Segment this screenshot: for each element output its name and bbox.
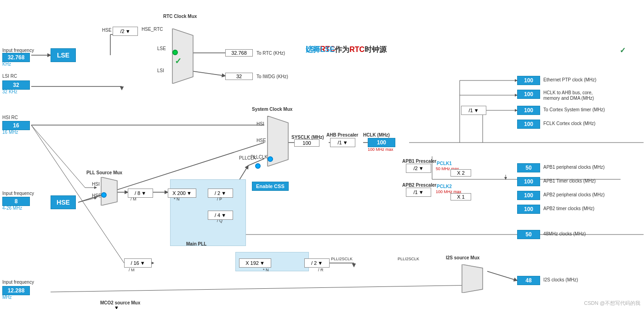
hse-unit-label: 4-26 MHz (2, 206, 22, 211)
ahb-val: 100 (517, 90, 540, 99)
svg-line-23 (31, 125, 85, 188)
hse-sys-label: HSE (256, 138, 266, 143)
apb1-timer-x2-box: X 2 (450, 169, 471, 177)
hsi-unit-label: 16 MHz (2, 130, 18, 135)
lse-mux-label: LSE (157, 46, 166, 51)
svg-line-25 (78, 198, 97, 202)
svg-line-37 (487, 271, 517, 280)
cortex-val: 100 (517, 106, 540, 115)
cortex-label: To Cortex System timer (MHz) (543, 107, 605, 112)
apb1-prescaler-select[interactable]: /2 ▼ (406, 164, 431, 173)
hse-rtc-label: HSE (102, 28, 112, 33)
hse-pll-radio-active[interactable] (101, 192, 107, 198)
mhz48-label: 48MHz clocks (MHz) (543, 231, 586, 236)
plli2sclk-label: PLLI2SCLK (331, 257, 353, 261)
annotation-full: 选择LSE作为RTC时钟源 (306, 45, 387, 55)
mco2-arrow-down: ▼ (114, 305, 119, 309)
i2s-label: I2S clocks (MHz) (543, 277, 578, 282)
watermark: CSDN @不想写代码的我 (584, 300, 640, 307)
i2s-val: 48 (517, 276, 540, 285)
hse-input-label: Input frequency (2, 191, 34, 196)
hse-freq-box[interactable]: 8 (2, 197, 30, 206)
pll-m-select[interactable]: / 8 ▼ (128, 189, 153, 198)
hclk-max-label: 100 MHz max (368, 147, 393, 152)
pllclk-radio-active[interactable] (268, 156, 273, 162)
fclk-val: 100 (517, 120, 540, 129)
ahb-label: HCLK to AHB bus, core, memory and DMA (M… (543, 90, 598, 101)
lsi-unit-label: 32 KHz (2, 89, 17, 94)
lse-freq-box[interactable]: 32.768 (2, 53, 30, 62)
pll-m-i2s-select[interactable]: / 16 ▼ (124, 258, 152, 268)
to-iwdg-label: To IWDG (KHz) (256, 74, 288, 79)
lse-checkmark: ✓ (175, 56, 182, 66)
hse-block: HSE (51, 195, 76, 209)
plli2sclk-label2: PLLI2SCLK (398, 257, 419, 261)
svg-marker-43 (462, 264, 483, 293)
ext-unit-label: MHz (2, 295, 12, 300)
hclk-label: HCLK (MHz) (363, 132, 390, 137)
pll-n-select[interactable]: X 200 ▼ (168, 189, 196, 198)
ahb-prescaler-label: AHB Prescaler (326, 132, 358, 137)
lse-block: LSE (51, 48, 76, 62)
lsi-freq-box[interactable]: 32 (2, 80, 30, 90)
svg-line-38 (51, 285, 478, 292)
pll-m-i2s-label: / M (129, 268, 135, 272)
pllclk-label: PLLCLK (239, 155, 256, 160)
enable-css-button[interactable]: Enable CSS (252, 182, 289, 191)
pll-n-i2s-label: * N (263, 268, 269, 272)
lse-input-label: Input frequency (2, 48, 34, 53)
pll-source-mux-label: PLL Source Mux (86, 170, 122, 175)
ext-freq-box[interactable]: 12.288 (2, 286, 30, 295)
svg-line-6 (193, 71, 225, 76)
lse-radio-active[interactable] (172, 50, 178, 55)
pll-q-select[interactable]: / 4 ▼ (208, 211, 233, 220)
rtc-output-box: 32.768 (225, 49, 253, 57)
eth-ptp-val: 100 (517, 76, 540, 85)
apb1-periph-label: APB1 peripheral clocks (MHz) (543, 165, 604, 170)
eth-ptp-label: Ethernet PTP clock (MHz) (543, 77, 596, 82)
pclk1-label: PCLK1 (437, 161, 452, 166)
ext-input-label: Input frequency (2, 280, 34, 285)
pclk2-label: PCLK2 (437, 184, 452, 189)
pll-r-i2s-label: / R (318, 268, 324, 272)
top-checkmark: ✓ (620, 46, 626, 55)
apb1-timer-label: APB1 Timer clocks (MHz) (543, 178, 596, 183)
mco2-source-mux-label: MCO2 source Mux (100, 300, 140, 305)
apb1-prescaler-label: APB1 Prescaler (402, 159, 437, 164)
fclk-label: FCLK Cortex clock (MHz) (543, 121, 595, 126)
to-rtc-label: To RTC (KHz) (256, 51, 285, 56)
hse-rtc-div-select[interactable]: /2 ▼ (113, 27, 138, 36)
pll-r-i2s-select[interactable]: / 2 ▼ (304, 258, 330, 268)
apb2-timer-label: APB2 timer clocks (MHz) (543, 206, 594, 211)
sys-clock-mux-label: System Clock Mux (252, 107, 292, 112)
hclk-box: 100 (368, 138, 395, 147)
apb1-timer-val: 100 (517, 177, 540, 186)
lsi-rc-label: LSI RC (2, 74, 17, 79)
apb2-periph-label: APB2 peripheral clocks (MHz) (543, 192, 604, 197)
pll-n-i2s-select[interactable]: X 192 ▼ (239, 258, 271, 268)
hsi-freq-box[interactable]: 16 (2, 121, 30, 130)
apb2-periph-val: 100 (517, 191, 540, 200)
i2s-source-mux-label: I2S source Mux (446, 255, 479, 260)
apb2-prescaler-select[interactable]: /1 ▼ (406, 188, 431, 197)
pll-p-select[interactable]: / 2 ▼ (208, 189, 233, 198)
pllclk-active-radio[interactable] (255, 163, 261, 169)
apb2-timer-val: 100 (517, 205, 540, 214)
apb2-prescaler-label: APB2 Prescaler (402, 183, 437, 188)
apb1-periph-val: 50 (517, 163, 540, 172)
hsi-sys-label: HSI (256, 121, 264, 126)
apb2-timer-x1-box: X 1 (450, 193, 471, 200)
lse-unit-label: KHz (2, 62, 11, 67)
rtc-mux (170, 29, 195, 84)
lsi-mux-label: LSI (157, 68, 164, 73)
sysclk-box: 100 (294, 139, 319, 147)
ahb-prescaler-select[interactable]: /1 ▼ (330, 138, 355, 147)
hse-rtc-line-label: HSE_RTC (142, 27, 163, 32)
svg-marker-42 (101, 177, 117, 206)
main-pll-label: Main PLL (186, 241, 206, 246)
mhz48-val: 50 (517, 230, 540, 239)
cortex-timer-select[interactable]: /1 ▼ (461, 106, 486, 115)
iwdg-output-box: 32 (225, 73, 253, 80)
rtc-clock-mux-label: RTC Clock Mux (163, 14, 197, 19)
hsi-rc-label: HSI RC (2, 115, 18, 120)
